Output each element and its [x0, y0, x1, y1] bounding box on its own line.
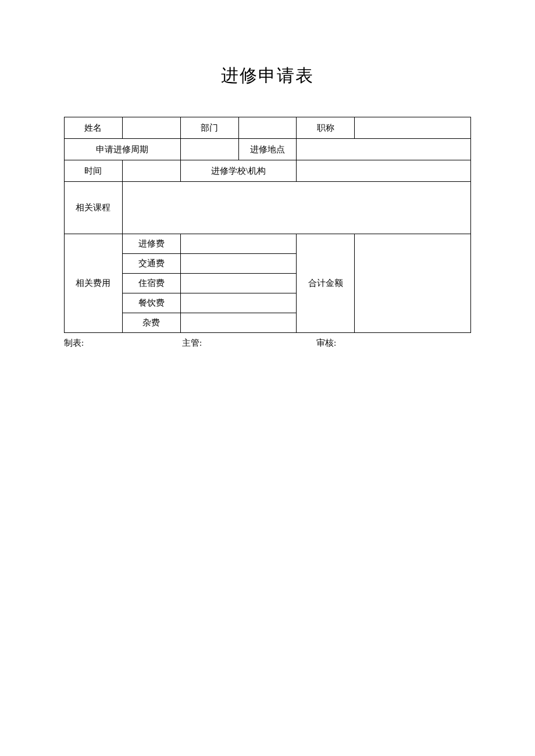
value-name	[122, 117, 180, 139]
label-supervisor: 主管:	[182, 338, 316, 349]
value-fee-meal	[180, 293, 297, 313]
footer-signatures: 制表: 主管: 审核:	[64, 338, 471, 349]
value-fee-misc	[180, 313, 297, 333]
value-apply-period	[180, 139, 238, 160]
label-fee-training: 进修费	[122, 234, 180, 254]
label-title-job: 职称	[297, 117, 355, 139]
label-school: 进修学校\机构	[180, 160, 297, 182]
application-form-table: 姓名 部门 职称 申请进修周期 进修地点 时间 进修学校\机构 相关课程 相关费…	[64, 117, 471, 333]
value-time	[122, 160, 180, 182]
label-reviewer: 审核:	[316, 338, 471, 349]
value-department	[238, 117, 297, 139]
label-fee-transport: 交通费	[122, 254, 180, 274]
label-total: 合计金额	[297, 234, 355, 333]
value-location	[297, 139, 471, 160]
label-fees: 相关费用	[65, 234, 123, 333]
label-preparer: 制表:	[64, 338, 182, 349]
label-apply-period: 申请进修周期	[65, 139, 181, 160]
value-fee-lodging	[180, 274, 297, 293]
value-total	[355, 234, 471, 333]
form-title: 进修申请表	[64, 64, 471, 88]
label-courses: 相关课程	[65, 182, 123, 234]
label-department: 部门	[180, 117, 238, 139]
value-school	[297, 160, 471, 182]
label-fee-lodging: 住宿费	[122, 274, 180, 293]
value-fee-training	[180, 234, 297, 254]
label-fee-misc: 杂费	[122, 313, 180, 333]
label-fee-meal: 餐饮费	[122, 293, 180, 313]
value-title-job	[355, 117, 471, 139]
value-courses	[122, 182, 470, 234]
label-time: 时间	[65, 160, 123, 182]
label-name: 姓名	[65, 117, 123, 139]
value-fee-transport	[180, 254, 297, 274]
label-location: 进修地点	[238, 139, 297, 160]
